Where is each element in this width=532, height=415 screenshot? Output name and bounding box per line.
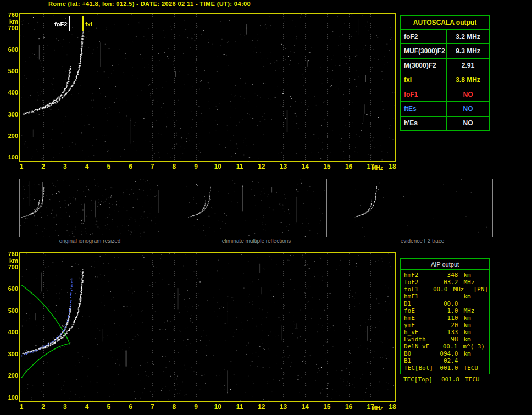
thumbnail-caption-reflections: eliminate multiple reflections xyxy=(186,238,327,244)
aip-param-extra xyxy=(485,343,488,350)
fof2-marker-label: foF2 xyxy=(51,21,67,27)
aip-param-extra xyxy=(485,322,488,329)
aip-param-unit: TECU xyxy=(458,364,485,372)
aip-param-unit: m^(-3) xyxy=(457,343,485,350)
thumbnail-f2-trace xyxy=(352,179,493,237)
x-tick-label: 4 xyxy=(81,163,92,170)
fxi-marker-line xyxy=(82,16,84,31)
aip-param-extra xyxy=(485,300,488,307)
y-tick-label: 700 xyxy=(4,25,18,31)
x-tick-label: 3 xyxy=(59,403,70,411)
x-tick-label: 4 xyxy=(81,403,92,411)
aip-row-tecbot: TEC[Bot]001.0TECU xyxy=(404,364,488,372)
aip-param-value: 98 xyxy=(437,336,458,343)
fxi-marker-label: fxI xyxy=(85,21,92,27)
aip-param-value: 03.2 xyxy=(437,279,458,286)
x-tick-label: 15 xyxy=(322,403,332,411)
x-tick-label: 5 xyxy=(103,163,114,170)
x-axis-unit-label: MHz xyxy=(372,405,383,411)
autoscala-param-label: M(3000)F2 xyxy=(401,59,447,73)
fof2-marker-line xyxy=(69,16,70,31)
aip-param-unit: km xyxy=(458,272,485,279)
autoscala-param-label: foF2 xyxy=(401,30,447,43)
x-axis-unit-label: MHz xyxy=(372,165,383,171)
y-tick-label: 600 xyxy=(4,46,18,53)
aip-param-value: 133 xyxy=(437,329,458,336)
autoscala-table-rows: foF23.2 MHzMUF(3000)F29.3 MHzM(3000)F22.… xyxy=(401,30,489,130)
aip-param-name: B0 xyxy=(404,350,437,357)
thumbnail-canvas-original xyxy=(20,179,160,237)
autoscala-row-fof2: foF23.2 MHz xyxy=(401,30,489,44)
aip-row-d1: D100.0 xyxy=(404,300,488,307)
aip-param-value: 348 xyxy=(437,272,458,279)
aip-param-value: 1.0 xyxy=(437,307,458,314)
autoscala-row-m3000f2: M(3000)F22.91 xyxy=(401,59,489,73)
aip-param-extra xyxy=(485,357,488,364)
x-tick-label: 9 xyxy=(191,163,202,170)
aip-param-name: foE xyxy=(404,307,437,314)
x-tick-label: 7 xyxy=(147,403,158,411)
aip-row-hve: h_vE133km xyxy=(404,329,488,336)
x-tick-label: 10 xyxy=(212,403,223,411)
aip-param-name: B1 xyxy=(404,357,437,364)
x-tick-label: 7 xyxy=(147,163,158,170)
aip-row-hmf2: hmF2348km xyxy=(404,272,488,279)
autoscala-row-fof1: foF1NO xyxy=(401,87,489,102)
x-tick-label: 14 xyxy=(300,163,311,170)
autoscala-param-value: NO xyxy=(447,87,489,101)
y-tick-label: 400 xyxy=(4,329,18,335)
aip-param-unit xyxy=(458,357,485,364)
autoscala-output-table: AUTOSCALA output foF23.2 MHzMUF(3000)F29… xyxy=(400,15,490,131)
autoscala-param-label: h'Es xyxy=(401,117,447,130)
aip-param-value: 110 xyxy=(437,314,458,322)
x-tick-label: 1 xyxy=(16,403,27,411)
aip-param-unit: km xyxy=(458,322,485,329)
aip-param-unit: km xyxy=(458,336,485,343)
autoscala-table-title: AUTOSCALA output xyxy=(401,16,489,30)
aip-param-unit: km xyxy=(458,350,485,357)
thumbnail-caption-original: original ionogram resized xyxy=(19,238,160,244)
ionogram-canvas-bottom xyxy=(20,253,395,401)
aip-row-foe: foE1.0MHz xyxy=(404,307,488,314)
autoscala-param-label: MUF(3000)F2 xyxy=(401,44,447,58)
aip-param-extra xyxy=(485,272,488,279)
x-tick-label: 13 xyxy=(278,163,289,170)
aip-param-unit xyxy=(458,300,485,307)
autoscala-param-label: foF1 xyxy=(401,87,447,101)
x-tick-label: 2 xyxy=(38,403,49,411)
aip-param-value: --- xyxy=(437,293,458,300)
aip-output-panel: AIP output hmF2348kmfoF203.2MHzfoF100.0M… xyxy=(400,258,490,374)
x-tick-label: 18 xyxy=(387,163,398,170)
station-title: Rome (lat: +41.8, lon: 012.5) - DATE: 20… xyxy=(48,1,251,7)
aip-param-extra xyxy=(485,293,488,300)
y-tick-label: 400 xyxy=(4,89,18,96)
x-tick-label: 2 xyxy=(38,163,49,170)
aip-row-hme: hmE110km xyxy=(404,314,488,322)
x-tick-label: 6 xyxy=(125,163,136,170)
y-axis-unit-label: km xyxy=(4,257,18,264)
y-tick-label: 500 xyxy=(4,307,18,314)
aip-row-delnve: DelN_vE00.1m^(-3) xyxy=(404,343,488,350)
autoscala-row-fxi: fxI3.8 MHz xyxy=(401,73,489,87)
autoscala-param-value: NO xyxy=(447,102,489,115)
aip-param-name: DelN_vE xyxy=(404,343,436,350)
aip-param-name: h_vE xyxy=(404,329,437,336)
aip-param-name: hmF1 xyxy=(404,293,437,300)
x-tick-label: 13 xyxy=(278,403,289,411)
aip-param-extra xyxy=(485,307,488,314)
autoscala-param-value: NO xyxy=(447,117,489,130)
autoscala-param-value: 9.3 MHz xyxy=(447,44,489,58)
aip-param-value: 02.4 xyxy=(437,357,458,364)
x-tick-label: 8 xyxy=(169,163,180,170)
aip-param-value: 001.8 xyxy=(437,376,459,383)
aip-param-unit: km xyxy=(458,329,485,336)
y-tick-label: 700 xyxy=(4,264,18,270)
y-tick-label: 100 xyxy=(4,394,18,401)
aip-panel-rows: hmF2348kmfoF203.2MHzfoF100.0MHz[PN]hmF1-… xyxy=(401,270,489,372)
autoscala-param-label: ftEs xyxy=(401,102,447,115)
x-tick-label: 12 xyxy=(256,163,267,170)
aip-param-extra xyxy=(485,329,488,336)
autoscala-row-muf3000f2: MUF(3000)F29.3 MHz xyxy=(401,44,489,58)
x-tick-label: 5 xyxy=(103,403,114,411)
aip-param-unit: km xyxy=(458,314,485,322)
